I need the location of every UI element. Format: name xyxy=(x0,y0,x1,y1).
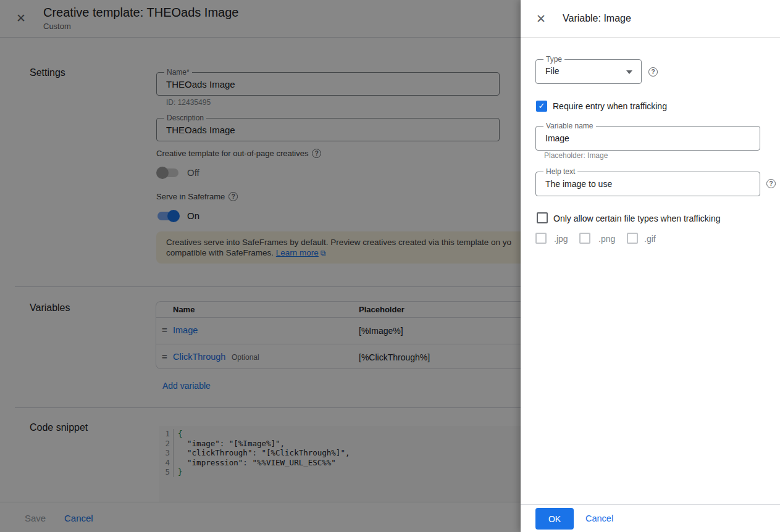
only-allow-file-types-checkbox[interactable] xyxy=(537,212,548,223)
ok-button[interactable]: OK xyxy=(535,508,574,530)
panel-header: ✕ Variable: Image xyxy=(521,0,780,38)
type-select-label: Type xyxy=(543,55,564,64)
png-checkbox[interactable] xyxy=(579,233,590,244)
require-entry-label: Require entry when trafficking xyxy=(553,101,667,111)
variable-edit-panel: ✕ Variable: Image Type File ? ✓ Require … xyxy=(521,0,780,532)
panel-title: Variable: Image xyxy=(563,13,631,24)
type-help-icon[interactable]: ? xyxy=(648,67,658,77)
help-text-help-icon[interactable]: ? xyxy=(766,179,776,188)
placeholder-helper-text: Placeholder: Image xyxy=(544,151,608,160)
jpg-checkbox[interactable] xyxy=(535,233,547,244)
panel-footer: OK Cancel xyxy=(521,504,780,532)
variable-name-field[interactable]: Variable name xyxy=(535,126,760,151)
type-select-value: File xyxy=(545,66,560,76)
help-text-input[interactable] xyxy=(536,172,760,196)
png-label: .png xyxy=(598,234,615,244)
jpg-label: .jpg xyxy=(554,234,568,244)
panel-cancel-button[interactable]: Cancel xyxy=(585,513,613,523)
gif-checkbox[interactable] xyxy=(627,233,638,244)
chevron-down-icon xyxy=(626,70,632,74)
help-text-field[interactable]: Help text xyxy=(535,172,760,196)
variable-name-input[interactable] xyxy=(536,127,760,150)
gif-label: .gif xyxy=(644,234,656,244)
screen: ✕ Creative template: THEOads Image Custo… xyxy=(0,0,780,532)
only-allow-file-types-label: Only allow certain file types when traff… xyxy=(553,214,721,223)
type-select[interactable]: Type File xyxy=(535,59,642,84)
require-entry-checkbox[interactable]: ✓ xyxy=(536,101,547,112)
panel-close-icon[interactable]: ✕ xyxy=(536,13,546,25)
